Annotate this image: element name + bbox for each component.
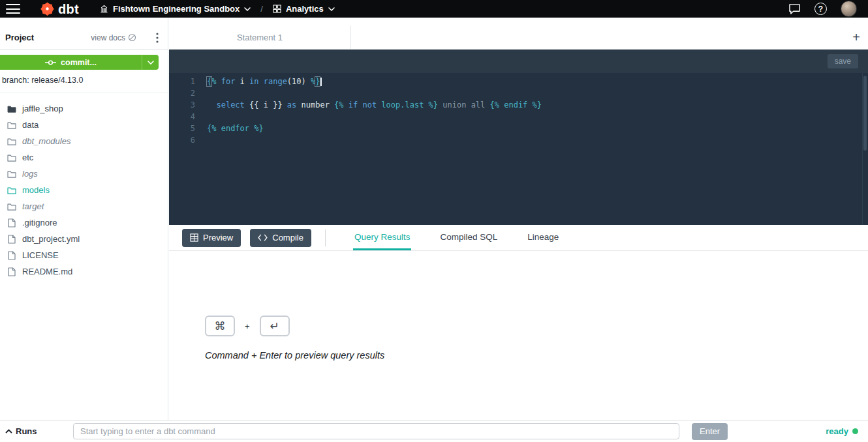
tree-item-label: target	[22, 201, 44, 211]
commit-chevron[interactable]	[142, 55, 159, 70]
code-line[interactable]: 1{% for i in range(10) %}	[169, 76, 868, 87]
tree-item-README.md[interactable]: README.md	[0, 263, 168, 280]
editor-scrollbar[interactable]	[863, 76, 867, 151]
editor-scrollbar-track	[862, 73, 863, 225]
tab-statement-1[interactable]: Statement 1	[169, 25, 351, 49]
commit-button[interactable]: commit...	[0, 55, 159, 70]
code-lines[interactable]: 1{% for i in range(10) %}23 select {{ i …	[169, 73, 868, 146]
building-icon	[100, 5, 108, 13]
git-panel: commit... branch: release/4.13.0	[0, 55, 168, 93]
dbt-logo[interactable]	[40, 1, 55, 16]
folder-icon	[7, 138, 16, 145]
tree-item-etc[interactable]: etc	[0, 149, 168, 166]
results-body: ⌘ + ↵ Command + Enter to preview query r…	[169, 251, 868, 361]
chevron-down-icon	[244, 7, 251, 11]
commit-icon	[45, 59, 56, 66]
project-sidebar: Project view docs	[0, 18, 168, 420]
menu-icon[interactable]	[6, 4, 20, 14]
tree-item-.gitignore[interactable]: .gitignore	[0, 214, 168, 231]
enter-key: ↵	[260, 316, 290, 336]
code-brackets-icon	[258, 234, 268, 241]
account-label: Fishtown Engineering Sandbox	[113, 4, 240, 14]
tree-item-dbt_modules[interactable]: dbt_modules	[0, 133, 168, 149]
circle-slash-icon	[128, 33, 136, 42]
cmd-key: ⌘	[205, 316, 235, 336]
tree-item-dbt_project.yml[interactable]: dbt_project.yml	[0, 231, 168, 247]
tree-item-label: README.md	[22, 267, 72, 276]
commit-label: commit...	[61, 58, 97, 67]
tree-item-jaffle_shop[interactable]: jaffle_shop	[0, 100, 168, 117]
chevron-up-icon	[5, 429, 12, 434]
dbt-cloud-ide: dbt Fishtown Engineering Sandbox / Analy…	[0, 0, 868, 442]
toolbar-divider	[325, 229, 326, 246]
status-label: ready	[826, 426, 848, 436]
view-docs-link[interactable]: view docs	[91, 33, 136, 42]
status-bar: Runs Enter ready	[0, 420, 868, 442]
chat-icon-button[interactable]	[788, 3, 801, 14]
dbt-command-input[interactable]	[73, 423, 679, 439]
editor-toolbar: save	[169, 50, 868, 73]
results-tabs: Query ResultsCompiled SQLLineage	[353, 225, 560, 250]
tab-lineage[interactable]: Lineage	[526, 225, 560, 250]
help-icon-button[interactable]: ?	[814, 3, 827, 15]
tab-title: Statement 1	[237, 33, 283, 42]
project-label: Analytics	[286, 4, 324, 14]
file-icon	[7, 267, 16, 276]
plus-sign: +	[245, 321, 250, 331]
code-line[interactable]: 4	[169, 111, 868, 123]
dbt-logo-icon	[40, 1, 55, 16]
kebab-menu-icon[interactable]	[156, 33, 159, 43]
status-dot	[852, 428, 858, 434]
tree-item-models[interactable]: models	[0, 182, 168, 198]
preview-grid-icon	[190, 233, 198, 242]
file-icon	[7, 218, 16, 228]
help-icon: ?	[814, 3, 827, 15]
line-number: 3	[169, 99, 195, 111]
account-switcher[interactable]: Fishtown Engineering Sandbox	[100, 4, 251, 14]
top-bar: dbt Fishtown Engineering Sandbox / Analy…	[0, 0, 868, 18]
tab-query-results[interactable]: Query Results	[353, 225, 412, 250]
editor-area: Statement 1 + save 1{% for i in range(10…	[169, 18, 868, 225]
code-line[interactable]: 3 select {{ i }} as number {% if not loo…	[169, 99, 868, 111]
shortcut-hint: Command + Enter to preview query results	[205, 350, 868, 361]
tree-item-label: models	[22, 185, 50, 195]
line-number: 2	[169, 87, 195, 99]
tree-item-data[interactable]: data	[0, 117, 168, 133]
tree-item-logs[interactable]: logs	[0, 166, 168, 182]
code-editor[interactable]: save 1{% for i in range(10) %}23 select …	[169, 50, 868, 225]
tree-item-label: .gitignore	[22, 218, 57, 228]
tree-item-label: data	[22, 120, 39, 130]
tree-item-label: dbt_modules	[22, 136, 70, 146]
results-toolbar: Preview Compile Query ResultsCompiled SQ…	[169, 225, 868, 251]
avatar[interactable]	[841, 1, 857, 17]
file-icon	[7, 251, 16, 260]
tree-item-label: LICENSE	[22, 250, 59, 260]
enter-button[interactable]: Enter	[692, 423, 728, 440]
new-tab-button[interactable]: +	[852, 31, 860, 44]
file-icon	[7, 235, 16, 244]
keyboard-shortcut: ⌘ + ↵	[205, 316, 868, 336]
folder-icon	[7, 170, 16, 178]
code-line[interactable]: 2	[169, 87, 868, 99]
tree-item-LICENSE[interactable]: LICENSE	[0, 247, 168, 263]
folder-icon	[7, 203, 16, 211]
preview-button[interactable]: Preview	[182, 229, 241, 247]
runs-toggle[interactable]: Runs	[5, 426, 73, 436]
code-line[interactable]: 5{% endfor %}	[169, 123, 868, 134]
project-switcher[interactable]: Analytics	[273, 4, 335, 14]
compile-button[interactable]: Compile	[250, 229, 311, 247]
branch-label: branch: release/4.13.0	[2, 76, 168, 85]
tree-item-label: etc	[22, 153, 33, 162]
save-button[interactable]: save	[828, 54, 858, 68]
grid-icon	[273, 5, 281, 13]
line-number: 1	[169, 76, 195, 87]
editor-tab-bar: Statement 1 +	[169, 18, 868, 50]
folder-open-icon	[7, 105, 16, 113]
panel-title: Project	[5, 33, 34, 42]
tree-item-target[interactable]: target	[0, 198, 168, 214]
results-panel: Preview Compile Query ResultsCompiled SQ…	[169, 225, 868, 420]
code-line[interactable]: 6	[169, 134, 868, 146]
sidebar-header: Project view docs	[0, 18, 168, 50]
chat-icon	[788, 3, 801, 14]
tab-compiled-sql[interactable]: Compiled SQL	[439, 225, 499, 250]
